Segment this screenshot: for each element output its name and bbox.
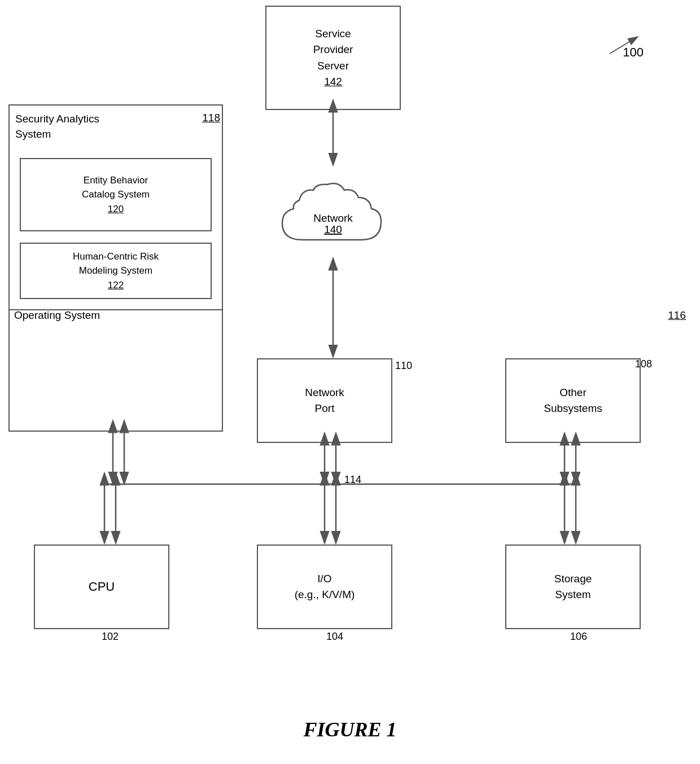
network-cloud-svg: Network 140	[271, 178, 395, 257]
diagram-container: 100 Memory 112 Security AnalyticsSystem …	[0, 0, 700, 764]
entity-behavior-ref: 120	[108, 204, 124, 214]
storage-box: StorageSystem	[505, 545, 641, 629]
network-ref-text: 140	[324, 223, 342, 235]
human-centric-text: Human-Centric RiskModeling System122	[73, 249, 159, 293]
other-subsystems-box: OtherSubsystems	[505, 358, 641, 443]
network-cloud: Network 140	[260, 166, 406, 268]
io-ref: 104	[326, 631, 343, 643]
service-provider-ref: 142	[324, 76, 342, 87]
cpu-ref: 102	[102, 631, 119, 643]
cpu-box: CPU	[34, 545, 169, 629]
other-subsystems-ref-outside: 108	[635, 358, 652, 370]
network-port-ref-outside: 110	[395, 360, 412, 372]
security-analytics-label: Security AnalyticsSystem	[15, 112, 99, 142]
io-text: I/O(e.g., K/V/M)	[295, 571, 355, 603]
security-analytics-ref: 118	[202, 112, 220, 124]
io-box: I/O(e.g., K/V/M)	[257, 545, 392, 629]
human-centric-box: Human-Centric RiskModeling System122	[20, 243, 212, 299]
service-provider-box: ServiceProviderServer142	[265, 6, 401, 110]
figure-label: FIGURE 1	[303, 718, 396, 741]
operating-system-label: Operating System	[14, 309, 100, 322]
cpu-text: CPU	[89, 578, 115, 596]
bus-ref: 114	[344, 474, 361, 486]
other-subsystems-text: OtherSubsystems	[544, 385, 602, 417]
network-port-box: NetworkPort	[257, 358, 392, 443]
storage-text: StorageSystem	[554, 571, 592, 603]
storage-ref: 106	[570, 631, 587, 643]
network-port-text: NetworkPort	[305, 385, 344, 417]
network-label-text: Network	[313, 212, 353, 224]
entity-behavior-box: Entity BehaviorCatalog System120	[20, 158, 212, 231]
service-provider-text: ServiceProviderServer142	[313, 26, 353, 90]
human-centric-ref: 122	[108, 280, 124, 291]
entity-behavior-text: Entity BehaviorCatalog System120	[82, 173, 150, 217]
ref-100: 100	[623, 45, 644, 60]
operating-system-ref: 116	[668, 309, 686, 322]
